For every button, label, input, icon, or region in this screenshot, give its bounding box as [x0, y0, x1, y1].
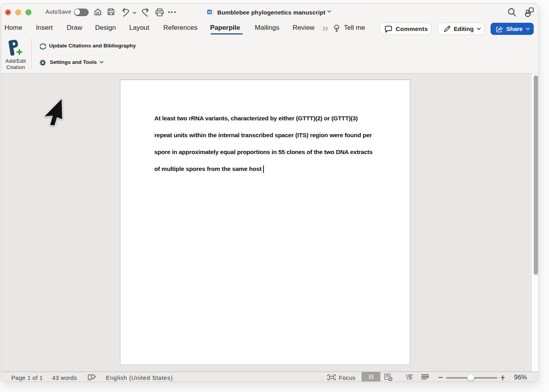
svg-text:W: W — [208, 10, 211, 14]
